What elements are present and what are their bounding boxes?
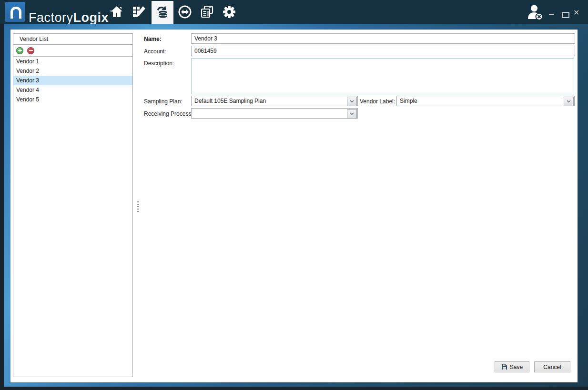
grid-edit-icon[interactable] bbox=[132, 5, 146, 19]
vendor-label-select[interactable]: Simple bbox=[396, 96, 575, 106]
reports-icon[interactable] bbox=[200, 5, 214, 19]
sampling-plan-select[interactable]: Default 105E Sampling Plan bbox=[191, 96, 358, 106]
brand-factory: Factory bbox=[29, 10, 73, 25]
n-logo-glyph bbox=[10, 7, 21, 19]
vendor-list-panel: Vendor List Vendor 1 Vendor 2 Vendor 3 V… bbox=[13, 33, 133, 377]
list-item-vendor-1[interactable]: Vendor 1 bbox=[13, 57, 132, 66]
add-circle-icon[interactable] bbox=[16, 47, 23, 54]
sync-arrows-icon[interactable] bbox=[178, 5, 192, 19]
description-textarea[interactable] bbox=[191, 58, 574, 94]
floppy-disk-icon bbox=[501, 364, 507, 370]
receiving-process-select[interactable] bbox=[191, 108, 358, 119]
list-item-vendor-3[interactable]: Vendor 3 bbox=[13, 76, 132, 85]
chevron-down-icon[interactable] bbox=[347, 97, 357, 106]
cancel-button[interactable]: Cancel bbox=[534, 361, 570, 372]
materials-receiving-icon bbox=[155, 5, 170, 19]
chevron-down-icon[interactable] bbox=[347, 109, 357, 119]
name-label: Name: bbox=[144, 36, 162, 42]
gear-icon[interactable] bbox=[222, 5, 236, 19]
remove-circle-icon[interactable] bbox=[27, 47, 34, 54]
name-input[interactable] bbox=[191, 33, 575, 44]
app-title: FactoryLogix™ bbox=[29, 3, 114, 20]
list-item-vendor-4[interactable]: Vendor 4 bbox=[13, 85, 132, 95]
vendor-label-label: Vendor Label: bbox=[360, 98, 395, 105]
vendor-list: Vendor 1 Vendor 2 Vendor 3 Vendor 4 Vend… bbox=[13, 57, 132, 377]
home-icon[interactable] bbox=[110, 5, 124, 19]
user-logout-icon[interactable] bbox=[527, 4, 545, 21]
brand-logix: Logix bbox=[73, 10, 109, 25]
save-button-label: Save bbox=[510, 364, 523, 370]
list-item-vendor-5[interactable]: Vendor 5 bbox=[13, 95, 132, 104]
sampling-plan-label: Sampling Plan: bbox=[144, 98, 182, 105]
cancel-button-label: Cancel bbox=[543, 364, 561, 370]
list-item-vendor-2[interactable]: Vendor 2 bbox=[13, 66, 132, 76]
minimize-button[interactable] bbox=[549, 14, 554, 15]
account-input[interactable] bbox=[191, 46, 575, 56]
materials-receiving-tab-active[interactable] bbox=[152, 1, 173, 24]
save-button[interactable]: Save bbox=[495, 361, 529, 372]
titlebar: FactoryLogix™ bbox=[0, 0, 588, 24]
account-label: Account: bbox=[144, 48, 166, 55]
receiving-process-label: Receiving Process: bbox=[144, 110, 193, 117]
client-area: Vendor List Vendor 1 Vendor 2 Vendor 3 V… bbox=[10, 30, 578, 382]
maximize-button[interactable] bbox=[562, 12, 569, 18]
receiving-process-value bbox=[194, 109, 346, 118]
chevron-down-icon[interactable] bbox=[564, 97, 574, 106]
description-label: Description: bbox=[144, 60, 174, 67]
sampling-plan-value: Default 105E Sampling Plan bbox=[194, 96, 346, 106]
factorylogix-logo bbox=[5, 2, 25, 22]
panel-splitter[interactable] bbox=[137, 201, 139, 212]
close-button[interactable]: ✕ bbox=[573, 8, 579, 17]
vendor-list-toolbar bbox=[13, 45, 132, 57]
vendor-list-header: Vendor List bbox=[13, 34, 132, 45]
vendor-label-value: Simple bbox=[400, 96, 563, 106]
